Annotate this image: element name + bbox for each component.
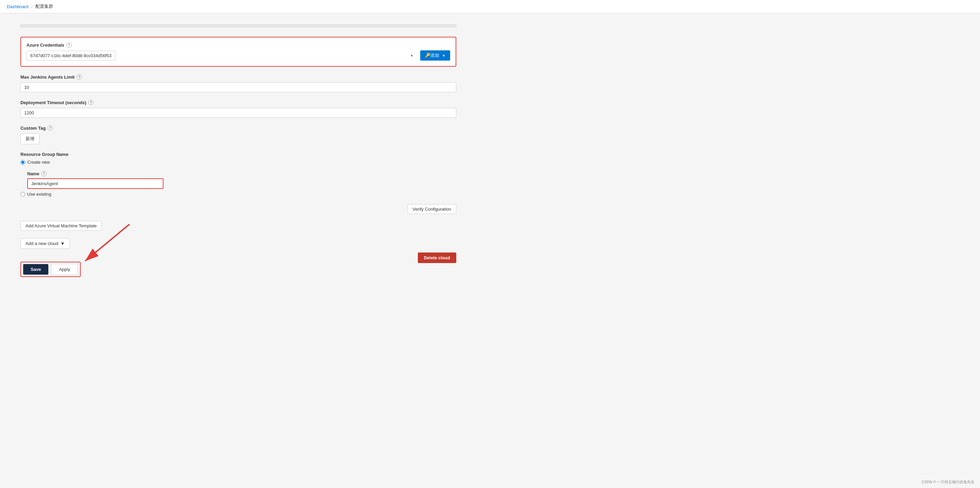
max-jenkins-help-icon[interactable]: ?: [76, 74, 82, 80]
name-subfield: Name ?: [21, 171, 456, 189]
dashboard-link[interactable]: Dashboard: [7, 4, 29, 9]
max-jenkins-label: Max Jenkins Agents Limit ?: [21, 74, 456, 80]
add-credential-arrow: ▼: [442, 54, 445, 57]
resource-group-label: Resource Group Name: [21, 152, 456, 157]
credential-select-wrapper: 67d7d077-c1bc-4def-80d8-9cc034d56f53: [27, 51, 417, 60]
azure-credentials-section: Azure Credentials ? 67d7d077-c1bc-4def-8…: [21, 37, 456, 67]
main-content: Azure Credentials ? 67d7d077-c1bc-4def-8…: [0, 14, 477, 298]
resource-group-name-input[interactable]: [27, 178, 164, 189]
deployment-timeout-help-icon[interactable]: ?: [88, 100, 94, 105]
custom-tag-add-button[interactable]: 新增: [21, 133, 40, 144]
credential-select[interactable]: 67d7d077-c1bc-4def-80d8-9cc034d56f53: [27, 51, 115, 60]
verify-row: Verify Configuration: [21, 204, 456, 214]
add-cloud-arrow: ▼: [60, 241, 65, 246]
name-label: Name ?: [27, 171, 456, 176]
add-credential-button[interactable]: 🔑添加 ▼: [420, 51, 450, 60]
watermark: CSDN © 一只特立独行的兔先生: [922, 480, 975, 485]
resource-group-radio-group: Create new Name ? Use existing: [21, 160, 456, 197]
delete-cloud-button[interactable]: Delete cloud: [418, 252, 456, 263]
right-actions: Delete cloud: [418, 252, 456, 263]
custom-tag-label: Custom Tag ?: [21, 125, 456, 131]
add-template-section: Add Azure Virtual Machine Template: [21, 221, 456, 231]
deployment-timeout-section: Deployment Timeout (seconds) ?: [21, 100, 456, 118]
name-help-icon[interactable]: ?: [41, 171, 47, 176]
use-existing-radio-item[interactable]: Use existing: [21, 192, 456, 197]
resource-group-section: Resource Group Name Create new Name ? Us…: [21, 152, 456, 197]
save-apply-box: Save Apply: [21, 262, 81, 277]
add-template-button[interactable]: Add Azure Virtual Machine Template: [21, 221, 102, 231]
create-new-radio[interactable]: [21, 160, 25, 165]
deployment-timeout-input[interactable]: [21, 108, 456, 118]
add-credential-label: 🔑添加: [425, 52, 439, 59]
azure-credentials-label: Azure Credentials ?: [27, 42, 450, 48]
max-jenkins-section: Max Jenkins Agents Limit ?: [21, 74, 456, 92]
credential-row: 67d7d077-c1bc-4def-80d8-9cc034d56f53 🔑添加…: [27, 51, 450, 60]
bottom-actions: Add a new cloud ▼ Save Apply: [21, 238, 456, 277]
topbar: Dashboard › 配置集群: [0, 0, 980, 13]
custom-tag-section: Custom Tag ? 新增: [21, 125, 456, 144]
top-divider: [21, 24, 456, 27]
create-new-radio-item[interactable]: Create new: [21, 160, 456, 165]
save-button[interactable]: Save: [23, 264, 48, 275]
add-cloud-section: Add a new cloud ▼: [21, 238, 81, 249]
add-cloud-button[interactable]: Add a new cloud ▼: [21, 238, 70, 249]
deployment-timeout-label: Deployment Timeout (seconds) ?: [21, 100, 456, 105]
verify-configuration-button[interactable]: Verify Configuration: [407, 204, 456, 214]
page-title: 配置集群: [35, 3, 53, 10]
apply-button[interactable]: Apply: [51, 264, 78, 275]
custom-tag-help-icon[interactable]: ?: [48, 125, 53, 131]
max-jenkins-input[interactable]: [21, 82, 456, 92]
save-apply-wrapper: Save Apply: [21, 262, 81, 277]
breadcrumb-separator: ›: [31, 4, 33, 9]
use-existing-radio[interactable]: [21, 192, 25, 197]
name-input-wrapper: [27, 178, 456, 189]
left-actions: Add a new cloud ▼ Save Apply: [21, 238, 81, 277]
azure-credentials-help-icon[interactable]: ?: [67, 42, 72, 48]
